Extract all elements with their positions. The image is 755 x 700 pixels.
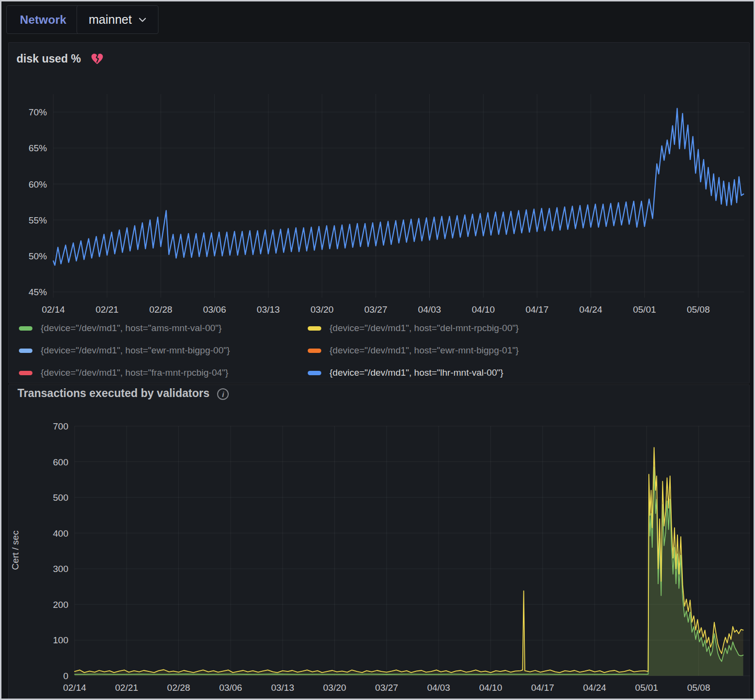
disk-used-panel: disk used % 02/1402/2102/2803/0603/1303/… (8, 42, 750, 383)
legend-item-ewr-mnt-bigpg-01[interactable]: {device="/dev/md1", host="ewr-mnt-bigpg-… (308, 345, 519, 356)
y-tick-label: 70% (29, 107, 47, 117)
x-tick-label: 02/14 (63, 683, 86, 693)
x-tick-label: 03/13 (271, 683, 294, 693)
x-tick-label: 02/28 (167, 683, 190, 693)
series-line (53, 109, 743, 266)
network-variable-label: Network (20, 13, 66, 27)
y-tick-label: 300 (53, 564, 68, 574)
x-tick-label: 03/27 (375, 683, 398, 693)
series-line (75, 467, 743, 675)
transactions-chart[interactable]: 02/1402/2102/2803/0603/1303/2003/2704/03… (9, 385, 750, 700)
y-tick-label: 400 (53, 528, 68, 539)
x-tick-label: 04/17 (531, 683, 554, 693)
y-tick-label: 45% (29, 287, 47, 297)
x-tick-label: 02/21 (115, 683, 139, 693)
series-fill (75, 447, 743, 676)
x-tick-label: 03/06 (219, 683, 242, 693)
legend-label[interactable]: {device="/dev/md1", host="ewr-mnt-bigpg-… (41, 345, 230, 356)
y-tick-label: 60% (29, 179, 47, 190)
x-tick-label: 02/28 (149, 304, 173, 315)
x-tick-label: 04/03 (418, 304, 441, 315)
legend-row: {device="/dev/md1", host="ewr-mnt-bigpg-… (19, 339, 741, 362)
y-tick-label: 600 (53, 457, 68, 467)
y-tick-label: 65% (29, 143, 47, 153)
network-variable-value[interactable]: mainnet (89, 13, 132, 27)
legend-item-lhr-mnt-val-00[interactable]: {device="/dev/md1", host="lhr-mnt-val-00… (308, 367, 503, 378)
legend-item-ewr-mnt-bigpg-00[interactable]: {device="/dev/md1", host="ewr-mnt-bigpg-… (19, 345, 308, 356)
legend-item-fra-mnt-rpcbig-04[interactable]: {device="/dev/md1", host="fra-mnt-rpcbig… (19, 367, 308, 378)
y-tick-label: 500 (53, 493, 68, 503)
series-line (75, 447, 743, 672)
x-tick-label: 05/01 (633, 304, 656, 315)
network-variable-label-box: Network (6, 5, 80, 34)
x-tick-label: 03/06 (203, 304, 226, 315)
legend-swatch[interactable] (308, 349, 321, 353)
x-tick-label: 04/10 (479, 683, 503, 693)
y-tick-label: 50% (29, 251, 47, 261)
x-tick-label: 04/17 (525, 304, 549, 315)
x-tick-label: 03/20 (311, 304, 334, 315)
legend-item-ams-mnt-val-00[interactable]: {device="/dev/md1", host="ams-mnt-val-00… (19, 323, 308, 334)
legend-swatch[interactable] (308, 371, 321, 375)
legend-label[interactable]: {device="/dev/md1", host="del-mnt-rpcbig… (330, 323, 519, 334)
x-tick-label: 03/27 (364, 304, 388, 315)
legend-swatch[interactable] (19, 371, 32, 375)
legend-swatch[interactable] (19, 349, 32, 353)
x-tick-label: 04/03 (427, 683, 450, 693)
dashboard-screen: Network mainnet disk used % 02/1402/2102… (0, 0, 755, 700)
transactions-panel: Transactions executed by validators i Ce… (8, 384, 750, 700)
y-tick-label: 200 (53, 600, 68, 610)
y-tick-label: 100 (53, 635, 68, 645)
y-tick-label: 0 (63, 671, 68, 681)
legend-swatch[interactable] (19, 326, 32, 331)
y-tick-label: 55% (29, 215, 47, 225)
chevron-down-icon (139, 17, 146, 22)
x-tick-label: 04/10 (472, 304, 495, 315)
legend-label[interactable]: {device="/dev/md1", host="ams-mnt-val-00… (41, 323, 221, 334)
legend-label[interactable]: {device="/dev/md1", host="fra-mnt-rpcbig… (41, 367, 228, 378)
variable-toolbar: Network mainnet (1, 1, 754, 39)
legend-swatch[interactable] (308, 326, 321, 331)
legend-label[interactable]: {device="/dev/md1", host="ewr-mnt-bigpg-… (330, 345, 519, 356)
x-tick-label: 04/24 (579, 304, 602, 315)
x-tick-label: 05/01 (635, 683, 659, 693)
disk-chart-legend: {device="/dev/md1", host="ams-mnt-val-00… (19, 317, 741, 384)
legend-item-del-mnt-rpcbig-00[interactable]: {device="/dev/md1", host="del-mnt-rpcbig… (308, 323, 519, 334)
y-tick-label: 700 (53, 421, 68, 431)
series-fill (75, 467, 743, 676)
x-tick-label: 02/21 (95, 304, 119, 315)
x-tick-label: 05/08 (687, 683, 710, 693)
network-variable-dropdown[interactable]: mainnet (77, 5, 158, 34)
x-tick-label: 03/20 (323, 683, 346, 693)
x-tick-label: 03/13 (257, 304, 280, 315)
x-tick-label: 04/24 (583, 683, 606, 693)
x-tick-label: 02/14 (42, 304, 65, 315)
legend-label[interactable]: {device="/dev/md1", host="lhr-mnt-val-00… (330, 367, 503, 378)
legend-row: {device="/dev/md1", host="ams-mnt-val-00… (19, 317, 741, 339)
legend-row: {device="/dev/md1", host="fra-mnt-rpcbig… (19, 362, 741, 384)
x-tick-label: 05/08 (687, 304, 710, 315)
